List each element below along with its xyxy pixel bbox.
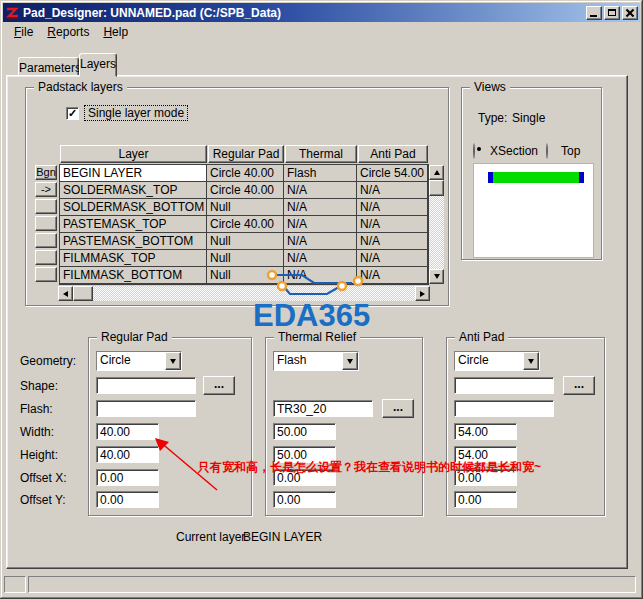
cell-layer[interactable]: PASTEMASK_BOTTOM [60, 233, 207, 250]
table-horizontal-scrollbar [58, 286, 430, 301]
offset-y-label: Offset Y: [20, 493, 66, 507]
horizontal-scroll-thumb[interactable] [73, 286, 93, 301]
scroll-right-button[interactable] [415, 286, 430, 301]
row-button-soldermask-top[interactable]: -> [35, 182, 57, 197]
row-button-pastemask-bottom[interactable] [35, 233, 57, 248]
anti-pad-shape-browse-button[interactable]: ... [563, 376, 595, 395]
current-layer-label: Current layer: [176, 530, 249, 544]
scroll-up-button[interactable] [429, 165, 444, 180]
cell-layer[interactable]: BEGIN LAYER [60, 165, 207, 182]
cell-anti-pad[interactable]: N/A [357, 250, 428, 267]
row-button-pastemask-top[interactable] [35, 216, 57, 231]
maximize-button[interactable] [604, 6, 620, 20]
tab-parameters-label: Parameters [19, 61, 81, 75]
cell-regular-pad[interactable]: Null [207, 233, 284, 250]
flash-label: Flash: [20, 402, 53, 416]
thermal-relief-flash-browse-button[interactable]: ... [382, 399, 414, 418]
cell-anti-pad[interactable]: N/A [357, 182, 428, 199]
cell-layer[interactable]: PASTEMASK_TOP [60, 216, 207, 233]
type-value: Single [512, 111, 545, 125]
views-group: Views Type: Single XSection Top [461, 87, 602, 260]
cell-thermal-relief[interactable]: N/A [284, 216, 357, 233]
cell-anti-pad[interactable]: N/A [357, 199, 428, 216]
cell-regular-pad[interactable]: Circle 40.00 [207, 165, 284, 182]
regular-pad-shape-browse-button[interactable]: ... [203, 376, 235, 395]
regular-pad-geometry-dropdown[interactable]: Circle [96, 351, 182, 371]
thermal-relief-width-input[interactable] [273, 423, 336, 440]
chevron-down-icon [347, 359, 353, 364]
anti-pad-group-label: Anti Pad [455, 330, 508, 344]
cell-layer[interactable]: FILMMASK_BOTTOM [60, 267, 207, 284]
anti-pad-offset-y-input[interactable] [454, 491, 517, 508]
single-layer-mode-checkbox[interactable]: ✓ [66, 107, 79, 120]
row-button-filmmask-bottom[interactable] [35, 267, 57, 282]
vertical-scroll-thumb[interactable] [429, 180, 444, 196]
preview-bar-right-cap [579, 172, 584, 183]
anti-pad-geometry-dropdown[interactable]: Circle [454, 351, 540, 371]
menu-help[interactable]: Help [96, 23, 135, 41]
thermal-relief-geometry-dropdown[interactable]: Flash [273, 351, 359, 371]
horizontal-scroll-track[interactable] [93, 286, 415, 301]
cell-thermal-relief[interactable]: Flash [284, 165, 357, 182]
xsection-radio-label: XSection [490, 144, 538, 158]
regular-pad-group-label: Regular Pad [97, 330, 172, 344]
scroll-down-button[interactable] [429, 269, 444, 284]
cell-thermal-relief[interactable]: N/A [284, 267, 357, 284]
menu-file[interactable]: File [7, 23, 40, 41]
top-radio[interactable] [546, 143, 548, 159]
chevron-down-icon [528, 359, 534, 364]
anti-pad-shape-input[interactable] [454, 377, 554, 394]
menu-reports[interactable]: Reports [40, 23, 96, 41]
dropdown-button[interactable] [342, 352, 358, 370]
width-label: Width: [20, 425, 54, 439]
thermal-relief-offset-y-input[interactable] [273, 491, 336, 508]
anti-pad-width-input[interactable] [454, 423, 517, 440]
cell-layer[interactable]: SOLDERMASK_TOP [60, 182, 207, 199]
row-button-soldermask-bottom[interactable] [35, 199, 57, 214]
status-bar-message-cell [28, 576, 636, 593]
cell-thermal-relief[interactable]: N/A [284, 233, 357, 250]
cell-anti-pad[interactable]: Circle 54.00 [357, 165, 428, 182]
cell-thermal-relief[interactable]: N/A [284, 182, 357, 199]
close-button[interactable] [622, 6, 638, 20]
column-header-regular-pad[interactable]: Regular Pad [208, 145, 284, 163]
menu-bar: File Reports Help [3, 22, 640, 42]
cell-regular-pad[interactable]: Null [207, 250, 284, 267]
tab-layers[interactable]: Layers [79, 53, 117, 77]
height-label: Height: [20, 448, 58, 462]
cell-regular-pad[interactable]: Null [207, 199, 284, 216]
row-button-filmmask-top[interactable] [35, 250, 57, 265]
thermal-relief-group-label: Thermal Relief [274, 330, 360, 344]
cell-regular-pad[interactable]: Circle 40.00 [207, 182, 284, 199]
regular-pad-flash-input[interactable] [96, 400, 196, 417]
minimize-button[interactable] [586, 6, 602, 20]
tab-parameters[interactable]: Parameters [18, 57, 79, 77]
column-header-anti-pad[interactable]: Anti Pad [358, 145, 428, 163]
xsection-radio[interactable] [473, 143, 475, 159]
cell-anti-pad[interactable]: N/A [357, 267, 428, 284]
cell-regular-pad[interactable]: Circle 40.00 [207, 216, 284, 233]
column-header-layer[interactable]: Layer [60, 145, 207, 163]
scroll-left-button[interactable] [58, 286, 73, 301]
window-title: Pad_Designer: UNNAMED.pad (C:/SPB_Data) [23, 6, 584, 20]
cell-thermal-relief[interactable]: N/A [284, 250, 357, 267]
cell-layer[interactable]: FILMMASK_TOP [60, 250, 207, 267]
dropdown-button[interactable] [165, 352, 181, 370]
offset-x-label: Offset X: [20, 471, 66, 485]
app-icon [5, 6, 19, 20]
cell-anti-pad[interactable]: N/A [357, 216, 428, 233]
cell-regular-pad[interactable]: Null [207, 267, 284, 284]
dropdown-button[interactable] [523, 352, 539, 370]
column-header-thermal-relief[interactable]: Thermal Relief [285, 145, 357, 163]
cell-layer[interactable]: SOLDERMASK_BOTTOM [60, 199, 207, 216]
title-bar: Pad_Designer: UNNAMED.pad (C:/SPB_Data) [3, 3, 640, 22]
vertical-scroll-track[interactable] [429, 196, 444, 269]
row-button-begin-layer[interactable]: Bgn [35, 165, 57, 180]
regular-pad-shape-input[interactable] [96, 377, 196, 394]
thermal-relief-flash-input[interactable] [273, 400, 373, 417]
tab-layers-label: Layers [80, 57, 116, 71]
cell-thermal-relief[interactable]: N/A [284, 199, 357, 216]
anti-pad-flash-input[interactable] [454, 400, 554, 417]
close-icon [626, 9, 634, 17]
cell-anti-pad[interactable]: N/A [357, 233, 428, 250]
